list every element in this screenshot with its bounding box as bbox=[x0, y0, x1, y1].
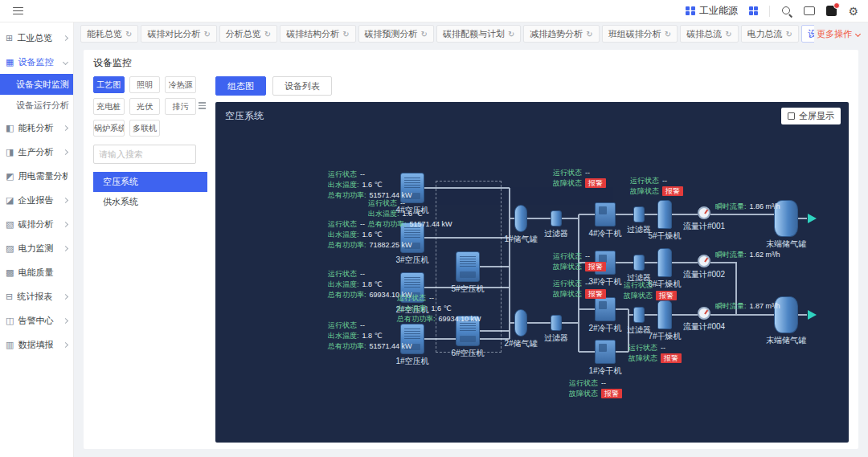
sidebar-item-统计报表[interactable]: ⊟统计报表 bbox=[0, 284, 73, 308]
gauge-icon bbox=[698, 307, 710, 320]
sidebar: ⊞工业总览▦设备监控设备实时监测设备运行分析◧能耗分析◨生产分析◩用电需量分析◪… bbox=[0, 22, 74, 457]
device-info: 瞬时流量:1.86 m³/h bbox=[715, 202, 780, 212]
filter-button-工艺图[interactable]: 工艺图 bbox=[93, 76, 125, 93]
view-button-list[interactable]: 设备列表 bbox=[272, 76, 332, 96]
tab-碳排预测分析[interactable]: 碳排预测分析↻ bbox=[358, 25, 434, 43]
device-info: 运行状态--故障状态报警 bbox=[553, 168, 606, 189]
device-label: 过滤器 bbox=[544, 333, 568, 344]
gear-icon[interactable]: ⚙ bbox=[848, 6, 858, 17]
tab-碳排结构分析[interactable]: 碳排结构分析↻ bbox=[280, 25, 355, 43]
chevron-right-icon bbox=[63, 293, 68, 299]
sidebar-item-电力监测[interactable]: ▨电力监测 bbox=[0, 236, 73, 260]
sidebar-subitem-设备运行分析[interactable]: 设备运行分析 bbox=[0, 95, 73, 116]
sidebar-subitem-设备实时监测[interactable]: 设备实时监测 bbox=[0, 74, 73, 95]
view-switch: 组态图 设备列表 bbox=[215, 76, 849, 96]
refresh-icon[interactable]: ↻ bbox=[725, 30, 731, 39]
sidebar-item-电能质量[interactable]: ▩电能质量 bbox=[0, 260, 73, 284]
tab-label: 碳排配额与计划 bbox=[443, 28, 505, 40]
filter-button-多联机[interactable]: 多联机 bbox=[129, 120, 161, 137]
info-label: 出水温度: bbox=[397, 304, 428, 312]
tab-电力总流[interactable]: 电力总流↻ bbox=[741, 25, 799, 43]
gauge-icon bbox=[698, 206, 710, 219]
filter-button-光伏[interactable]: 光伏 bbox=[129, 98, 161, 115]
search-input[interactable] bbox=[93, 145, 196, 164]
sidebar-item-用电需量分析[interactable]: ◩用电需量分析 bbox=[0, 164, 73, 188]
list-layout-icon[interactable] bbox=[197, 100, 207, 111]
sidebar-item-企业报告[interactable]: ◪企业报告 bbox=[0, 188, 73, 212]
sidebar-item-能耗分析[interactable]: ◧能耗分析 bbox=[0, 116, 73, 140]
flow-arrow-icon bbox=[784, 310, 840, 320]
tab-能耗总览[interactable]: 能耗总览↻ bbox=[80, 25, 138, 43]
sidebar-item-数据填报[interactable]: ▥数据填报 bbox=[0, 333, 73, 357]
tab-label: 碳排总流 bbox=[686, 28, 722, 40]
search-icon[interactable] bbox=[781, 6, 792, 17]
tree-item-供水系统[interactable]: 供水系统 bbox=[93, 192, 207, 212]
tab-碳排配额与计划[interactable]: 碳排配额与计划↻ bbox=[436, 25, 521, 43]
device-1#冷干机[interactable]: 1#冷干机 bbox=[577, 340, 633, 377]
refresh-icon[interactable]: ↻ bbox=[264, 30, 271, 39]
filter-button-排污[interactable]: 排污 bbox=[165, 98, 196, 115]
sidebar-item-碳排分析[interactable]: ▧碳排分析 bbox=[0, 212, 73, 236]
sidebar-item-告警中心[interactable]: ◫告警中心 bbox=[0, 308, 73, 333]
info-label: 出水温度: bbox=[328, 231, 359, 239]
refresh-icon[interactable]: ↻ bbox=[421, 30, 428, 39]
view-button-diagram[interactable]: 组态图 bbox=[215, 76, 266, 96]
info-label: 瞬时流量: bbox=[715, 251, 747, 259]
info-label: 运行状态 bbox=[569, 379, 598, 387]
fullscreen-icon bbox=[788, 112, 795, 120]
theme-icon[interactable] bbox=[826, 6, 837, 16]
screen-icon[interactable] bbox=[804, 6, 815, 15]
device-过滤器[interactable]: 过滤器 bbox=[528, 210, 584, 239]
filter-button-锅炉系统[interactable]: 锅炉系统 bbox=[93, 120, 125, 137]
more-operations-button[interactable]: 更多操作 bbox=[817, 28, 860, 40]
topbar-divider bbox=[769, 6, 770, 17]
tank-icon bbox=[514, 205, 527, 232]
info-value: 69934.10 kW bbox=[439, 315, 481, 323]
info-label: 总有功功率: bbox=[397, 315, 436, 323]
tab-碳排总流[interactable]: 碳排总流↻ bbox=[680, 25, 738, 43]
refresh-icon[interactable]: ↻ bbox=[665, 30, 671, 39]
filter-button-充电桩[interactable]: 充电桩 bbox=[93, 98, 125, 115]
device-info: 运行状态--故障状态报警 bbox=[569, 378, 622, 399]
info-value: 1.8 ℃ bbox=[362, 280, 383, 288]
refresh-icon[interactable]: ↻ bbox=[203, 30, 210, 39]
sidebar-item-icon: ◧ bbox=[6, 124, 14, 133]
filter-panel: 工艺图照明冷热源充电桩光伏排污锅炉系统多联机 空压系统供水系统 bbox=[93, 76, 207, 443]
sidebar-item-label: 生产分析 bbox=[18, 146, 59, 158]
tab-班组碳排分析[interactable]: 班组碳排分析↻ bbox=[602, 25, 678, 43]
tree-item-空压系统[interactable]: 空压系统 bbox=[93, 172, 207, 192]
sidebar-item-label: 碳排分析 bbox=[18, 218, 59, 231]
info-value: -- bbox=[585, 280, 590, 288]
refresh-icon[interactable]: ↻ bbox=[342, 30, 349, 39]
sidebar-item-label: 设备监控 bbox=[18, 56, 59, 68]
info-label: 故障状态 bbox=[569, 390, 598, 398]
tab-碳排对比分析[interactable]: 碳排对比分析↻ bbox=[141, 25, 216, 43]
tab-label: 班组碳排分析 bbox=[608, 28, 661, 40]
info-value: 1.62 m³/h bbox=[750, 251, 780, 259]
page-title: 设备监控 bbox=[93, 56, 849, 70]
filter-button-冷热源[interactable]: 冷热源 bbox=[165, 76, 196, 93]
refresh-icon[interactable]: ↻ bbox=[125, 30, 132, 39]
device-过滤器[interactable]: 过滤器 bbox=[528, 315, 584, 344]
tab-设备实时监测[interactable]: 设备实时监测↻× bbox=[801, 25, 814, 43]
filter-button-照明[interactable]: 照明 bbox=[129, 76, 161, 93]
apps-grid-icon[interactable] bbox=[749, 6, 759, 16]
chevron-right-icon bbox=[63, 221, 68, 226]
sidebar-item-label: 用电需量分析 bbox=[18, 170, 68, 182]
device-5#空压机[interactable]: 5#空压机 bbox=[440, 251, 496, 295]
info-value: -- bbox=[360, 170, 365, 178]
refresh-icon[interactable]: ↻ bbox=[586, 30, 592, 39]
sidebar-item-生产分析[interactable]: ◨生产分析 bbox=[0, 140, 73, 164]
info-label: 运行状态 bbox=[328, 321, 357, 329]
tab-减排趋势分析[interactable]: 减排趋势分析↻ bbox=[523, 25, 599, 43]
hamburger-menu-icon[interactable] bbox=[10, 4, 27, 18]
refresh-icon[interactable]: ↻ bbox=[786, 30, 792, 39]
sidebar-item-工业总览[interactable]: ⊞工业总览 bbox=[0, 26, 73, 50]
brand[interactable]: 工业能源 bbox=[686, 4, 738, 18]
refresh-icon[interactable]: ↻ bbox=[508, 30, 514, 39]
fullscreen-button[interactable]: 全屏显示 bbox=[781, 108, 841, 124]
sidebar-item-设备监控[interactable]: ▦设备监控 bbox=[0, 50, 73, 74]
tab-分析总览[interactable]: 分析总览↻ bbox=[219, 25, 277, 43]
info-label: 出水温度: bbox=[328, 280, 359, 288]
device-label: 流量计#002 bbox=[683, 269, 725, 280]
